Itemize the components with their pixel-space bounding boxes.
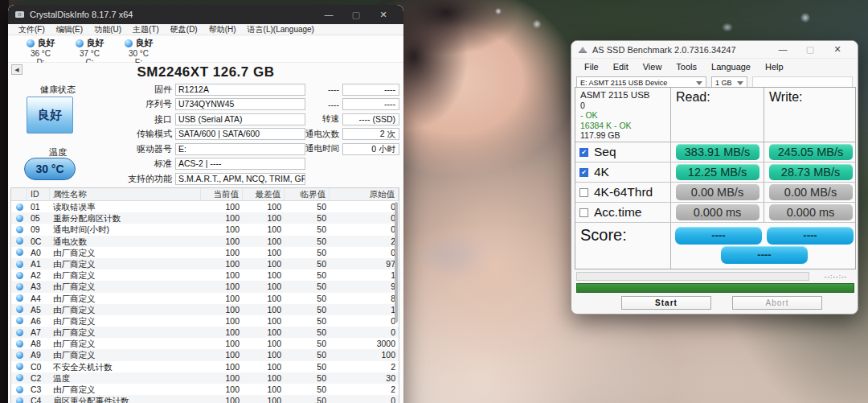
table-row[interactable]: 0C通电次数100100502 bbox=[11, 236, 399, 247]
smart-status-icon bbox=[16, 317, 23, 324]
cdi-minimize-icon[interactable]: — bbox=[315, 10, 342, 19]
smart-name-cell: 由厂商定义 bbox=[50, 304, 201, 315]
table-row[interactable]: A0由厂商定义100100500 bbox=[11, 247, 399, 258]
smart-raw-cell: 30 bbox=[330, 372, 399, 384]
table-row[interactable]: A2由厂商定义100100501 bbox=[11, 269, 399, 281]
device-info-panel: ASMT 2115 USB0- OK16384 K - OK117.99 GB bbox=[575, 88, 671, 142]
read-value-pill: 0.00 MB/s bbox=[676, 184, 760, 200]
table-scrollbar[interactable] bbox=[395, 202, 398, 323]
table-row[interactable]: A9由厂商定义10010050100 bbox=[11, 349, 399, 360]
smart-threshold-cell: 50 bbox=[285, 361, 330, 372]
smart-status-icon bbox=[16, 261, 23, 268]
cdi-menu-item[interactable]: 帮助(H) bbox=[203, 24, 242, 35]
smart-name-cell: 重新分配扇区计数 bbox=[50, 212, 201, 224]
checkbox-unchecked-icon[interactable] bbox=[579, 188, 588, 197]
asd-maximize-icon[interactable]: ▢ bbox=[796, 45, 824, 54]
cdi-window-title: CrystalDiskInfo 8.17.7 x64 bbox=[30, 10, 133, 19]
smart-status-icon bbox=[16, 272, 23, 279]
drive-tab-status-row: 良好 bbox=[65, 37, 114, 49]
smart-worst-cell: 100 bbox=[243, 304, 285, 315]
drive-tab-status-row: 良好 bbox=[114, 37, 163, 49]
smart-worst-cell: 100 bbox=[243, 212, 285, 224]
cdi-menu-item[interactable]: 功能(U) bbox=[88, 24, 127, 35]
asd-close-icon[interactable]: ✕ bbox=[824, 45, 851, 54]
smart-status-cell bbox=[11, 236, 27, 247]
smart-status-cell bbox=[11, 372, 27, 384]
asd-menu-item-edit[interactable]: Edit bbox=[607, 62, 635, 72]
back-arrow-button[interactable]: ◀ bbox=[11, 64, 23, 75]
disk-info-right-fields: ----------------转速---- (SSD)通电次数2 次通电时间0… bbox=[297, 82, 399, 157]
write-value-cell: 0.000 ms bbox=[764, 203, 857, 222]
cdi-close-icon[interactable]: ✕ bbox=[370, 10, 397, 19]
smart-status-icon bbox=[16, 386, 23, 393]
asd-menu-item-tools[interactable]: Tools bbox=[669, 62, 703, 72]
smart-id-cell: A1 bbox=[27, 258, 50, 269]
checkbox-checked-icon[interactable]: ✔ bbox=[579, 148, 588, 157]
cdi-maximize-icon[interactable]: ▢ bbox=[342, 10, 370, 19]
asd-menu-item-help[interactable]: Help bbox=[759, 62, 790, 72]
score-row: Score: ---- ---- ---- bbox=[575, 223, 855, 269]
benchmark-row-4k: ✔4K12.25 MB/s28.73 MB/s bbox=[575, 162, 855, 183]
table-row[interactable]: 05重新分配扇区计数100100500 bbox=[11, 212, 399, 224]
table-row[interactable]: C0不安全关机计数100100502 bbox=[11, 361, 399, 372]
table-row[interactable]: C3由厂商定义100100502 bbox=[11, 384, 399, 395]
checkbox-unchecked-icon[interactable] bbox=[579, 208, 588, 217]
asd-menu-item-language[interactable]: Language bbox=[705, 62, 757, 72]
smart-threshold-cell: 50 bbox=[285, 212, 330, 224]
smart-table-header: ID属性名称当前值最差值临界值原始值 bbox=[11, 188, 399, 201]
table-row[interactable]: A7由厂商定义100100500 bbox=[11, 327, 399, 338]
asd-minimize-icon[interactable]: — bbox=[769, 45, 796, 54]
smart-status-icon bbox=[16, 363, 23, 370]
read-value-pill: 383.91 MB/s bbox=[676, 144, 760, 160]
asd-menu-item-file[interactable]: File bbox=[578, 62, 605, 72]
smart-raw-cell: 2 bbox=[330, 361, 399, 372]
cdi-menu-item[interactable]: 编辑(E) bbox=[51, 24, 88, 35]
start-button[interactable]: Start bbox=[621, 296, 711, 310]
smart-current-cell: 100 bbox=[201, 212, 243, 224]
cdi-menu-item[interactable]: 文件(F) bbox=[13, 24, 51, 35]
table-row[interactable]: A6由厂商定义100100500 bbox=[11, 315, 399, 327]
table-row[interactable]: A5由厂商定义100100501 bbox=[11, 304, 399, 315]
disk-status-icon bbox=[125, 39, 133, 47]
abort-button[interactable]: Abort bbox=[732, 296, 822, 310]
smart-worst-cell: 100 bbox=[243, 361, 285, 372]
table-row[interactable]: A1由厂商定义1001005097 bbox=[11, 258, 399, 269]
smart-id-cell: C3 bbox=[27, 384, 50, 395]
smart-raw-cell: 1 bbox=[330, 304, 399, 315]
table-row[interactable]: C4扇区重分配事件计数100100500 bbox=[11, 395, 399, 403]
smart-id-cell: A4 bbox=[27, 293, 50, 304]
smart-name-cell: 通电次数 bbox=[50, 236, 201, 247]
disk-info-field-row: 序列号U734QYNW45 bbox=[111, 97, 305, 113]
benchmark-row-label-cell: 4K-64Thrd bbox=[575, 183, 671, 202]
smart-status-cell bbox=[11, 247, 27, 258]
table-row[interactable]: C2温度1001005030 bbox=[11, 372, 399, 384]
smart-status-icon bbox=[16, 397, 23, 403]
write-value-pill: 28.73 MB/s bbox=[769, 164, 853, 180]
drive-temp-text: 36 °C bbox=[16, 49, 65, 58]
smart-worst-cell: 100 bbox=[243, 349, 285, 360]
smart-worst-cell: 100 bbox=[243, 315, 285, 327]
table-row[interactable]: 09通电时间(小时)100100500 bbox=[11, 224, 399, 235]
cdi-menu-item[interactable]: 主题(T) bbox=[127, 24, 165, 35]
asd-menu-item-view[interactable]: View bbox=[637, 62, 669, 72]
checkbox-checked-icon[interactable]: ✔ bbox=[579, 168, 588, 177]
smart-status-cell bbox=[11, 327, 27, 338]
smart-raw-cell: 2 bbox=[330, 236, 399, 247]
temperature-button[interactable]: 30 °C bbox=[24, 158, 76, 180]
smart-status-icon bbox=[16, 249, 23, 256]
table-row[interactable]: A3由厂商定义100100509 bbox=[11, 281, 399, 292]
smart-raw-cell: 0 bbox=[330, 395, 399, 403]
smart-worst-cell: 100 bbox=[243, 258, 285, 269]
disk-info-field-row: 通电时间0 小时 bbox=[297, 142, 399, 157]
write-value-cell: 245.05 MB/s bbox=[764, 142, 857, 162]
smart-worst-cell: 100 bbox=[243, 269, 285, 281]
table-row[interactable]: A8由厂商定义100100503000 bbox=[11, 338, 399, 349]
table-row[interactable]: 01读取错误率100100500 bbox=[11, 201, 399, 212]
score-read-pill: ---- bbox=[675, 227, 762, 245]
cdi-menu-item[interactable]: 语言(L)(Language) bbox=[242, 24, 320, 35]
health-status-button[interactable]: 良好 bbox=[27, 97, 73, 134]
cdi-menu-item[interactable]: 硬盘(D) bbox=[165, 24, 203, 35]
drive-temp-text: 30 °C bbox=[114, 49, 163, 58]
table-row[interactable]: A4由厂商定义100100508 bbox=[11, 293, 399, 304]
field-value: S.M.A.R.T., APM, NCQ, TRIM, GPL bbox=[175, 173, 305, 185]
